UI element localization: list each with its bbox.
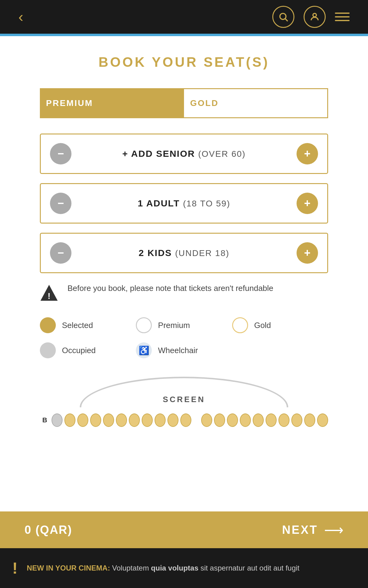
next-label: NEXT: [282, 523, 318, 537]
senior-plus-button[interactable]: +: [297, 143, 318, 164]
kids-range: (UNDER 18): [175, 248, 229, 258]
news-bold: quia voluptas: [151, 564, 198, 572]
tab-premium[interactable]: PREMIUM: [40, 88, 183, 118]
legend-occupied: Occupied: [40, 342, 136, 358]
seat-12[interactable]: [201, 413, 212, 427]
seat-legend: Selected Premium Gold Occupied ♿ Wheelch…: [40, 317, 328, 358]
news-prefix: NEW IN YOUR CINEMA:: [27, 564, 110, 572]
page-title: BOOK YOUR SEAT(S): [40, 55, 328, 70]
seat-15[interactable]: [240, 413, 251, 427]
seat-type-tabs: PREMIUM GOLD: [40, 88, 328, 118]
seat-20[interactable]: [304, 413, 315, 427]
wheelchair-label: Wheelchair: [158, 346, 198, 355]
seat-8[interactable]: [142, 413, 153, 427]
seat-3[interactable]: [77, 413, 88, 427]
seat-1[interactable]: [52, 413, 63, 427]
news-text: NEW IN YOUR CINEMA: Voluptatem quia volu…: [27, 563, 299, 573]
main-content: BOOK YOUR SEAT(S) PREMIUM GOLD − + ADD S…: [0, 36, 368, 427]
seat-21[interactable]: [317, 413, 328, 427]
user-button[interactable]: [304, 6, 326, 28]
adult-ticket-row: − 1 ADULT (18 TO 59) +: [40, 183, 328, 224]
kids-count: 2: [139, 248, 148, 258]
svg-point-0: [280, 13, 286, 20]
adult-label-text: ADULT: [146, 198, 180, 208]
news-bar: ! NEW IN YOUR CINEMA: Voluptatem quia vo…: [0, 548, 368, 588]
selected-dot: [40, 317, 56, 333]
menu-line-2: [335, 16, 350, 17]
seat-16[interactable]: [253, 413, 264, 427]
seat-9[interactable]: [155, 413, 166, 427]
next-button[interactable]: NEXT ⟶: [282, 522, 343, 538]
header: ‹: [0, 0, 368, 34]
adult-label: 1 ADULT (18 TO 59): [78, 198, 290, 209]
seat-10[interactable]: [167, 413, 178, 427]
legend-selected: Selected: [40, 317, 136, 333]
adult-count: 1: [138, 198, 146, 208]
senior-label-text: + ADD SENIOR: [122, 149, 195, 159]
legend-gold: Gold: [232, 317, 328, 333]
legend-premium: Premium: [136, 317, 232, 333]
senior-ticket-row: − + ADD SENIOR (OVER 60) +: [40, 134, 328, 174]
occupied-dot: [40, 342, 56, 358]
svg-text:!: !: [48, 291, 50, 301]
wheelchair-icon: ♿: [139, 345, 149, 356]
screen-arc: SCREEN: [80, 377, 288, 407]
seat-17[interactable]: [266, 413, 277, 427]
senior-label: + ADD SENIOR (OVER 60): [78, 149, 290, 159]
premium-dot: [136, 317, 152, 333]
senior-minus-button[interactable]: −: [50, 143, 71, 164]
adult-plus-button[interactable]: +: [297, 193, 318, 214]
adult-minus-button[interactable]: −: [50, 193, 71, 214]
seat-5[interactable]: [103, 413, 114, 427]
refund-warning: ! Before you book, please note that tick…: [40, 282, 328, 302]
price-display: 0 (QAR): [25, 523, 72, 537]
svg-line-1: [285, 19, 288, 21]
seat-13[interactable]: [214, 413, 225, 427]
screen-area: SCREEN: [40, 377, 328, 407]
progress-bar: [0, 34, 368, 36]
legend-wheelchair: ♿ Wheelchair: [136, 342, 232, 358]
news-exclaim-icon: !: [12, 559, 17, 577]
news-suffix: sit aspernatur aut odit aut fugit: [201, 564, 300, 572]
search-button[interactable]: [272, 6, 294, 28]
back-button[interactable]: ‹: [18, 9, 23, 24]
news-body: Voluptatem: [112, 564, 151, 572]
screen-label: SCREEN: [163, 395, 205, 404]
adult-range: (18 TO 59): [183, 199, 230, 208]
kids-ticket-row: − 2 KIDS (UNDER 18) +: [40, 233, 328, 273]
premium-label: Premium: [158, 321, 190, 330]
selected-label: Selected: [62, 321, 93, 330]
seat-19[interactable]: [291, 413, 302, 427]
kids-label: 2 KIDS (UNDER 18): [78, 248, 290, 258]
seat-11[interactable]: [180, 413, 191, 427]
seat-row-preview: B: [40, 407, 328, 427]
gold-dot: [232, 317, 248, 333]
seat-7[interactable]: [129, 413, 140, 427]
svg-point-2: [313, 13, 316, 17]
warning-icon: !: [40, 284, 58, 302]
kids-label-text: KIDS: [148, 248, 172, 258]
seat-14[interactable]: [227, 413, 238, 427]
tab-gold[interactable]: GOLD: [183, 88, 328, 118]
seat-18[interactable]: [278, 413, 289, 427]
warning-text: Before you book, please note that ticket…: [67, 282, 273, 294]
gold-label: Gold: [254, 321, 271, 330]
seat-2[interactable]: [64, 413, 75, 427]
seat-4[interactable]: [90, 413, 101, 427]
kids-minus-button[interactable]: −: [50, 242, 71, 264]
row-label: B: [40, 416, 50, 424]
menu-line-1: [335, 13, 350, 14]
seat-6[interactable]: [116, 413, 127, 427]
next-arrow-icon: ⟶: [324, 522, 343, 538]
occupied-label: Occupied: [62, 346, 96, 355]
bottom-bar: 0 (QAR) NEXT ⟶: [0, 511, 368, 548]
wheelchair-dot: ♿: [136, 342, 152, 358]
menu-button[interactable]: [335, 13, 350, 21]
menu-line-3: [335, 20, 350, 21]
kids-plus-button[interactable]: +: [297, 242, 318, 264]
senior-range: (OVER 60): [198, 149, 246, 159]
